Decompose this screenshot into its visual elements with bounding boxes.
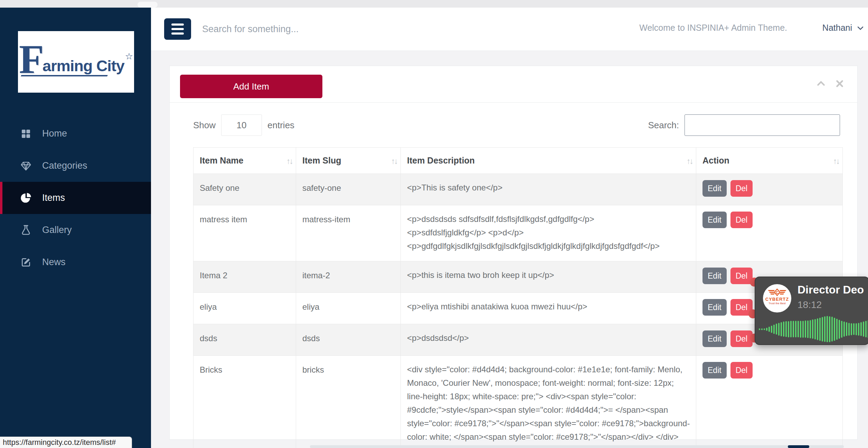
edit-button[interactable]: Edit xyxy=(702,212,727,228)
link-status-bar: https://farmingcity.co.tz/items/list# xyxy=(0,437,132,448)
chevron-down-icon xyxy=(856,24,865,32)
column-header[interactable]: Item Description↑↓ xyxy=(401,148,696,174)
edit-button[interactable]: Edit xyxy=(702,268,727,284)
sidebar-item-news[interactable]: News xyxy=(0,246,151,278)
item-description-cell: <p>dsdsdsds sdfsdfsdlf,fdsflsjfdlkgdsf,g… xyxy=(401,205,696,261)
sidebar-item-label: Gallery xyxy=(42,225,72,235)
sort-icon[interactable]: ↑↓ xyxy=(391,157,397,166)
item-description-cell: <p>This is safety one</p> xyxy=(401,174,696,205)
waveform-bar xyxy=(805,320,806,338)
waveform-bar xyxy=(822,317,823,342)
panel-header: Add Item xyxy=(170,66,857,103)
delete-button[interactable]: Del xyxy=(730,362,753,379)
waveform-bar xyxy=(860,322,862,336)
diamond-icon xyxy=(20,160,32,172)
waveform-bar xyxy=(856,323,857,335)
cybertz-logo-subtitle: Trust the Best xyxy=(763,302,791,305)
edit-button[interactable]: Edit xyxy=(702,362,727,379)
topbar: Welcome to INSPINIA+ Admin Theme. Nathan… xyxy=(151,8,868,51)
table-row: Bricksbricks<div style="color: #d4d4d4; … xyxy=(194,356,843,448)
horizontal-scrollbar[interactable] xyxy=(310,445,844,448)
table-row: Itema 2itema-2<p>this is itema two broh … xyxy=(194,261,843,293)
item-name-cell: Itema 2 xyxy=(194,261,296,293)
edit-button[interactable]: Edit xyxy=(702,180,727,197)
collapse-panel-icon[interactable] xyxy=(816,78,826,89)
logo-text: arming City xyxy=(43,59,124,73)
delete-button[interactable]: Del xyxy=(730,212,753,228)
player-avatar: C CYBERTZ Trust the Best xyxy=(763,284,791,312)
welcome-message: Welcome to INSPINIA+ Admin Theme. xyxy=(639,23,787,33)
table-body: Safety onesafety-one<p>This is safety on… xyxy=(194,174,843,448)
waveform-bar xyxy=(802,321,804,338)
waveform-bar xyxy=(795,321,796,337)
sort-icon[interactable]: ↑↓ xyxy=(833,157,839,166)
screen: F arming City ☆ HomeCategoriesItemsGalle… xyxy=(0,0,868,448)
sort-icon[interactable]: ↑↓ xyxy=(687,157,692,166)
column-header[interactable]: Item Slug↑↓ xyxy=(296,148,401,174)
cybertz-logo-title: CYBERTZ xyxy=(763,297,791,302)
waveform-bar xyxy=(814,319,816,339)
column-header[interactable]: Item Name↑↓ xyxy=(194,148,296,174)
edit-button[interactable]: Edit xyxy=(702,299,727,316)
table-search-control: Search: xyxy=(648,114,840,136)
sort-icon[interactable]: ↑↓ xyxy=(286,157,292,166)
waveform-bar xyxy=(788,321,789,337)
audio-player-card[interactable]: C CYBERTZ Trust the Best Director Deo 18… xyxy=(755,277,868,345)
item-slug-cell: bricks xyxy=(296,356,401,448)
table-search-input[interactable] xyxy=(685,114,840,136)
logo[interactable]: F arming City ☆ xyxy=(18,31,134,93)
sidebar-nav: HomeCategoriesItemsGalleryNews xyxy=(0,118,151,278)
waveform-bar xyxy=(800,321,801,338)
item-slug-cell: safety-one xyxy=(296,174,401,205)
item-description-cell: <div style="color: #d4d4d4; background-c… xyxy=(401,356,696,448)
sidebar-item-items[interactable]: Items xyxy=(0,182,151,214)
waveform-bar xyxy=(827,316,828,342)
table-row: dsdsdsds<p>dsdsdsd</p>EditDel xyxy=(194,324,843,356)
waveform-bar xyxy=(761,328,763,330)
waveform-bar xyxy=(831,317,833,342)
waveform-bar xyxy=(798,321,799,337)
table-header-row: Item Name↑↓Item Slug↑↓Item Description↑↓… xyxy=(194,148,843,174)
waveform-bar xyxy=(759,328,760,330)
waveform-bar xyxy=(807,320,809,338)
waveform-bar xyxy=(853,323,855,335)
delete-button[interactable]: Del xyxy=(730,180,753,197)
waveform-bar xyxy=(778,323,780,336)
waveform-bar xyxy=(790,321,792,337)
global-search-input[interactable] xyxy=(202,18,423,40)
waveform-bar xyxy=(846,322,847,336)
add-item-button[interactable]: Add Item xyxy=(180,75,322,98)
table-row: Safety onesafety-one<p>This is safety on… xyxy=(194,174,843,205)
sidebar-item-label: Items xyxy=(42,193,65,203)
sidebar-item-categories[interactable]: Categories xyxy=(0,150,151,182)
svg-text:C: C xyxy=(776,290,779,295)
action-cell: EditDel xyxy=(696,174,843,205)
sidebar-item-gallery[interactable]: Gallery xyxy=(0,214,151,246)
waveform-bar xyxy=(817,318,818,340)
sidebar-toggle-button[interactable] xyxy=(164,18,191,40)
close-panel-icon[interactable] xyxy=(835,79,844,88)
column-header[interactable]: Action↑↓ xyxy=(696,148,843,174)
edit-button[interactable]: Edit xyxy=(702,330,727,347)
column-header-label: Item Description xyxy=(407,156,475,165)
user-menu[interactable]: Nathani xyxy=(822,23,865,33)
waveform-bar xyxy=(776,324,777,335)
sidebar-item-label: Categories xyxy=(42,160,87,171)
item-slug-cell: eliya xyxy=(296,293,401,324)
pie-icon xyxy=(20,192,32,204)
waveform-bar xyxy=(829,316,830,342)
item-name-cell: matress item xyxy=(194,205,296,261)
waveform-bar xyxy=(768,327,770,332)
sidebar-item-home[interactable]: Home xyxy=(0,118,151,150)
player-timestamp: 18:12 xyxy=(798,299,822,310)
waveform-bar xyxy=(865,321,867,337)
entries-select[interactable]: 10 xyxy=(221,114,262,136)
item-description-cell: <p>dsdsdsd</p> xyxy=(401,324,696,356)
waveform-bar xyxy=(793,321,794,337)
horizontal-scrollbar-thumb[interactable] xyxy=(788,445,809,448)
entries-label: entries xyxy=(267,120,294,131)
item-name-cell: Bricks xyxy=(194,356,296,448)
waveform-bar xyxy=(812,319,813,339)
sidebar-item-label: Home xyxy=(42,128,67,139)
audio-waveform[interactable] xyxy=(759,315,868,343)
